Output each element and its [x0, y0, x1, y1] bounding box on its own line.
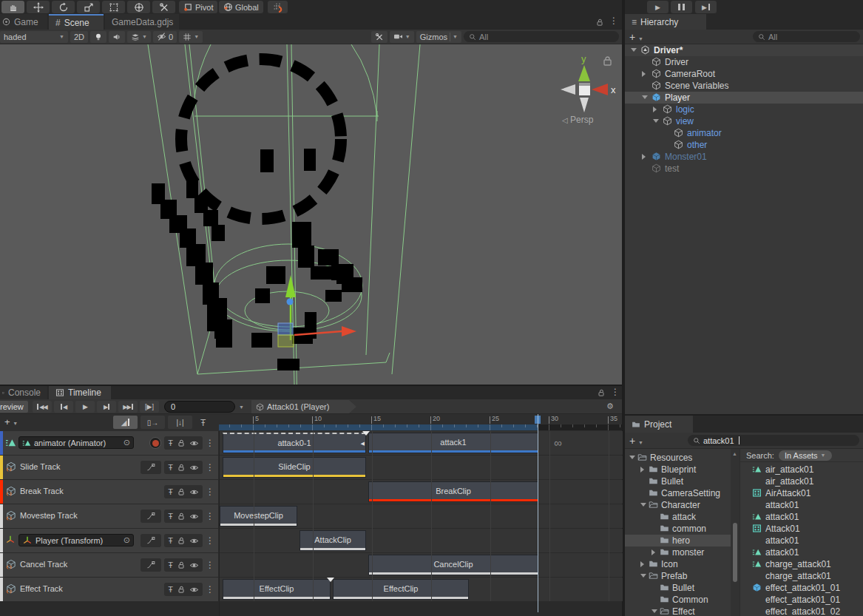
- ripple-mode-button[interactable]: ▯→: [141, 416, 165, 429]
- track-menu-icon[interactable]: ⋮: [206, 511, 214, 521]
- lock-icon[interactable]: [177, 512, 186, 521]
- hierarchy-item-player[interactable]: Player: [625, 92, 863, 104]
- tab-project[interactable]: Project: [625, 416, 693, 433]
- clip-junction-marker[interactable]: [327, 578, 334, 582]
- clip-effectclip[interactable]: EffectClip: [333, 579, 469, 600]
- project-folder-effect[interactable]: Effect: [625, 606, 731, 616]
- 2d-toggle[interactable]: 2D: [70, 31, 88, 43]
- goto-end-button[interactable]: ▶▶: [118, 401, 138, 413]
- track-lane-cancel-track[interactable]: CancelClip: [220, 553, 623, 577]
- asset-attack01[interactable]: attack01: [740, 499, 863, 511]
- project-folder-camerasetting[interactable]: CameraSetting: [625, 487, 731, 499]
- track-header-animator-animator[interactable]: animator (Animator)⊙Ŧ⋮: [0, 431, 218, 455]
- asset-air-attack01[interactable]: air_attack01: [740, 475, 863, 487]
- tab-hierarchy[interactable]: ≡Hierarchy: [625, 14, 706, 30]
- pin-icon[interactable]: Ŧ: [168, 487, 173, 496]
- lock-icon[interactable]: [597, 388, 606, 397]
- tab-scene[interactable]: #Scene: [49, 14, 104, 30]
- eye-icon[interactable]: [189, 536, 199, 546]
- hierarchy-item-logic[interactable]: logic: [625, 104, 863, 115]
- tab-timeline[interactable]: Timeline: [49, 386, 111, 399]
- foldout-arrow[interactable]: [640, 467, 644, 473]
- shading-dropdown[interactable]: haded▼: [0, 31, 68, 43]
- track-lane-player-transform[interactable]: AttackClip: [220, 529, 623, 552]
- asset-airattack01[interactable]: AirAttack01: [740, 487, 863, 499]
- hidden-objects-toggle[interactable]: 0: [153, 31, 177, 43]
- track-lane-movestep-track[interactable]: MovestepClip: [220, 504, 623, 528]
- project-folder-resources[interactable]: Resources: [625, 452, 731, 464]
- tree-scrollbar[interactable]: ▲: [731, 449, 740, 616]
- foldout-arrow[interactable]: [640, 561, 644, 567]
- eye-icon[interactable]: [189, 463, 199, 473]
- scene-camera-dropdown[interactable]: ▼: [390, 31, 414, 43]
- project-folder-character[interactable]: Character: [625, 499, 731, 511]
- foldout-arrow[interactable]: [640, 503, 646, 507]
- timeline-play-button[interactable]: ▶: [75, 401, 95, 413]
- asset-charge-attack01[interactable]: charge_attack01: [740, 558, 863, 570]
- track-header-break-track[interactable]: Break TrackŦ⋮: [0, 480, 218, 504]
- track-menu-icon[interactable]: ⋮: [206, 560, 214, 570]
- pin-icon[interactable]: Ŧ: [168, 512, 173, 521]
- pin-icon[interactable]: Ŧ: [168, 463, 173, 472]
- gizmos-dropdown[interactable]: Gizmos▼: [416, 31, 461, 43]
- asset-attack01[interactable]: Attack01: [740, 523, 863, 535]
- curves-toggle[interactable]: [141, 558, 161, 572]
- asset-effect-attack01-01[interactable]: effect_attack01_01: [740, 582, 863, 594]
- hierarchy-item-animator[interactable]: animator: [625, 127, 863, 139]
- track-menu-icon[interactable]: ⋮: [206, 535, 214, 546]
- foldout-arrow[interactable]: [642, 95, 648, 99]
- object-picker-icon[interactable]: ⊙: [123, 535, 130, 545]
- object-picker-icon[interactable]: ⊙: [123, 438, 130, 447]
- curves-toggle[interactable]: [141, 534, 161, 547]
- play-button[interactable]: ▶: [647, 1, 669, 13]
- kebab-menu-icon[interactable]: ⋮: [611, 387, 620, 397]
- track-header-player-transform[interactable]: Player (Transform)⊙Ŧ⋮: [0, 529, 218, 552]
- project-folder-common[interactable]: common: [625, 523, 731, 535]
- lighting-toggle[interactable]: [90, 31, 106, 43]
- track-lane-animator-animator[interactable]: attack0-1◀attack1∞: [220, 431, 623, 455]
- pin-icon[interactable]: Ŧ: [168, 536, 173, 545]
- lock-icon[interactable]: [177, 439, 186, 447]
- prev-frame-button[interactable]: ◀: [54, 401, 73, 413]
- track-menu-icon[interactable]: ⋮: [206, 462, 214, 473]
- project-folder-hero[interactable]: hero: [625, 535, 731, 546]
- pin-icon[interactable]: Ŧ: [168, 439, 173, 447]
- tab-gamedata[interactable]: GameData.gdjs: [105, 14, 179, 30]
- preview-toggle[interactable]: review: [0, 401, 28, 413]
- foldout-arrow[interactable]: [629, 456, 635, 459]
- project-folder-common[interactable]: Common: [625, 594, 731, 606]
- move-tool-button[interactable]: [27, 1, 50, 13]
- asset-attack01[interactable]: attack01: [740, 535, 863, 546]
- pause-button[interactable]: [671, 1, 692, 13]
- project-folder-bullet[interactable]: Bullet: [625, 475, 731, 487]
- clip-effectclip[interactable]: EffectClip: [223, 579, 331, 600]
- scene-tools-button[interactable]: [371, 31, 387, 43]
- project-folder-blueprint[interactable]: Blueprint: [625, 464, 731, 475]
- eye-icon[interactable]: [189, 561, 199, 570]
- audio-toggle[interactable]: [109, 31, 125, 43]
- asset-attack01[interactable]: attack01: [740, 511, 863, 523]
- foldout-arrow[interactable]: [640, 574, 646, 578]
- project-folder-icon[interactable]: Icon: [625, 558, 731, 570]
- lock-icon[interactable]: [177, 463, 186, 472]
- clip-attackclip[interactable]: AttackClip: [299, 530, 366, 551]
- scroll-up-arrow[interactable]: ▲: [732, 451, 737, 456]
- play-range-button[interactable]: [▶]: [140, 401, 159, 413]
- pivot-toggle[interactable]: Pivot: [179, 1, 217, 13]
- track-lane-effect-track[interactable]: EffectClipEffectClip: [220, 578, 623, 601]
- kebab-menu-icon[interactable]: ⋮: [609, 16, 618, 26]
- grid-snap-button[interactable]: [268, 1, 288, 13]
- track-lane-slide-track[interactable]: SlideClip: [220, 456, 623, 479]
- track-lane-break-track[interactable]: BreakClip: [220, 480, 623, 504]
- track-menu-icon[interactable]: ⋮: [206, 438, 214, 448]
- eye-icon[interactable]: [189, 585, 199, 595]
- clip-junction-marker[interactable]: [362, 431, 370, 436]
- rect-tool-button[interactable]: [102, 1, 125, 13]
- lock-icon[interactable]: [177, 585, 186, 594]
- hierarchy-item-cameraroot[interactable]: CameraRoot: [625, 68, 863, 80]
- lock-icon[interactable]: [177, 536, 186, 545]
- eye-icon[interactable]: [189, 439, 199, 448]
- hierarchy-item-scene-variables[interactable]: Scene Variables: [625, 80, 863, 92]
- frame-field[interactable]: 0: [164, 401, 235, 413]
- track-header-movestep-track[interactable]: Movestep TrackŦ⋮: [0, 504, 218, 528]
